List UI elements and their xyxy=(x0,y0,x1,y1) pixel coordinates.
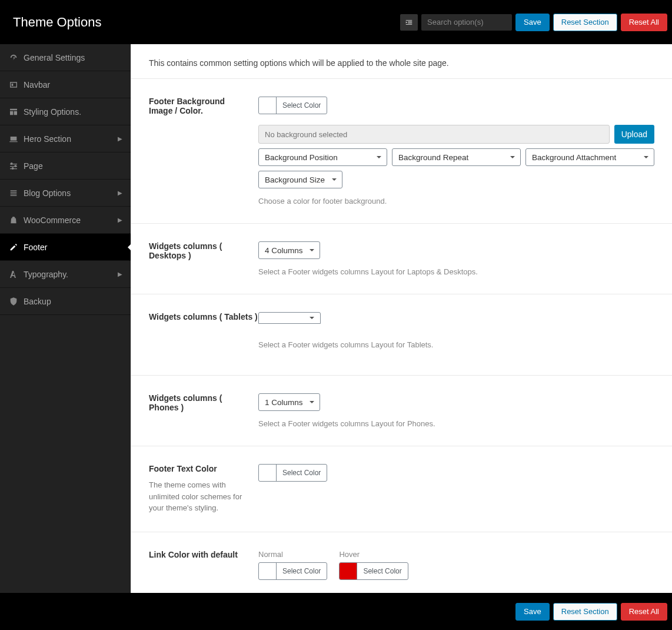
sidebar-item-hero-section[interactable]: Hero Section ▶ xyxy=(0,125,131,152)
content-area: This contains common setting options whi… xyxy=(131,44,672,593)
chevron-right-icon: ▶ xyxy=(118,271,122,277)
setting-label: Widgets columns ( Phones ) xyxy=(149,393,247,412)
reset-section-button[interactable]: Reset Section xyxy=(553,14,617,31)
list-icon xyxy=(8,188,19,198)
reset-all-button[interactable]: Reset All xyxy=(621,603,667,621)
sidebar-item-woocommerce[interactable]: WooCommerce ▶ xyxy=(0,207,131,234)
footer-bar: Save Reset Section Reset All xyxy=(0,593,672,630)
bg-size-select[interactable]: Background Size xyxy=(258,171,342,188)
color-picker-text[interactable]: Select Color xyxy=(258,464,327,482)
sidebar-item-label: Typography. xyxy=(24,270,68,279)
sidebar-item-typography[interactable]: Typography. ▶ xyxy=(0,261,131,288)
sidebar-item-label: Backup xyxy=(24,297,51,306)
chevron-right-icon: ▶ xyxy=(118,135,122,142)
select-color-label: Select Color xyxy=(363,567,401,575)
panel-toggle-button[interactable] xyxy=(400,14,418,31)
layout-icon xyxy=(8,107,19,117)
sidebar-item-label: WooCommerce xyxy=(24,215,81,225)
font-icon xyxy=(8,269,19,280)
sidebar-item-label: Blog Options xyxy=(24,188,71,198)
desktops-columns-select[interactable]: 4 Columns xyxy=(258,241,320,259)
color-picker-link-normal[interactable]: Select Color xyxy=(258,562,327,580)
color-swatch xyxy=(259,97,277,114)
sidebar-item-footer[interactable]: Footer xyxy=(0,234,131,261)
search-input[interactable] xyxy=(421,14,512,31)
color-swatch xyxy=(259,465,277,481)
setting-widgets-phones: Widgets columns ( Phones ) 1 Columns Sel… xyxy=(131,376,672,446)
sliders-icon xyxy=(8,161,19,171)
select-color-label: Select Color xyxy=(282,567,321,575)
bg-position-select[interactable]: Background Position xyxy=(258,148,387,166)
page-title: Theme Options xyxy=(13,15,101,30)
setting-label: Widgets columns ( Desktops ) xyxy=(149,241,247,260)
setting-label: Footer Text Color xyxy=(149,464,247,473)
sidebar-item-navbar[interactable]: Navbar xyxy=(0,71,131,98)
select-color-label: Select Color xyxy=(282,469,321,477)
setting-sublabel: The theme comes with unlimited color sch… xyxy=(149,479,247,514)
setting-label: Footer Background Image / Color. xyxy=(149,97,247,115)
sidebar-item-label: Page xyxy=(24,161,43,171)
color-picker-bg[interactable]: Select Color xyxy=(258,97,327,114)
dashboard-icon xyxy=(8,52,19,63)
setting-widgets-desktops: Widgets columns ( Desktops ) 4 Columns S… xyxy=(131,224,672,294)
chevron-right-icon: ▶ xyxy=(118,190,122,196)
setting-footer-text-color: Footer Text Color The theme comes with u… xyxy=(131,446,672,532)
background-file-display xyxy=(258,125,610,144)
sidebar-item-label: Navbar xyxy=(24,80,50,89)
sidebar: General Settings Navbar Styling Options.… xyxy=(0,44,131,593)
sidebar-item-label: General Settings xyxy=(24,53,85,62)
shield-icon xyxy=(8,296,19,307)
link-normal-label: Normal xyxy=(258,550,327,559)
setting-widgets-tablets-help: Select a Footer widgets columns Layout f… xyxy=(131,340,672,376)
help-text: Select a Footer widgets columns Layout f… xyxy=(258,267,654,276)
sidebar-item-label: Hero Section xyxy=(24,134,71,144)
shopping-bag-icon xyxy=(8,215,19,226)
header: Theme Options Save Reset Section Reset A… xyxy=(0,0,672,44)
bg-attachment-select[interactable]: Background Attachment xyxy=(525,148,654,166)
frame-icon xyxy=(8,79,19,90)
help-text: Select a Footer widgets columns Layout f… xyxy=(258,340,654,349)
tablets-columns-select-partial[interactable] xyxy=(258,312,321,324)
sidebar-item-styling-options[interactable]: Styling Options. xyxy=(0,98,131,125)
save-button[interactable]: Save xyxy=(515,14,550,31)
sidebar-item-backup[interactable]: Backup xyxy=(0,288,131,315)
sidebar-item-label: Styling Options. xyxy=(24,107,81,117)
setting-footer-background: Footer Background Image / Color. Select … xyxy=(131,79,672,224)
laptop-icon xyxy=(8,134,19,144)
indent-icon xyxy=(405,18,413,26)
help-text: Choose a color for footer background. xyxy=(258,197,654,205)
color-swatch xyxy=(340,563,357,579)
link-hover-label: Hover xyxy=(339,550,408,559)
upload-button[interactable]: Upload xyxy=(614,125,654,144)
sidebar-item-blog-options[interactable]: Blog Options ▶ xyxy=(0,180,131,207)
save-button[interactable]: Save xyxy=(515,603,550,621)
color-swatch xyxy=(259,563,277,579)
sidebar-item-page[interactable]: Page xyxy=(0,152,131,180)
reset-section-button[interactable]: Reset Section xyxy=(553,603,617,621)
setting-label: Link Color with default xyxy=(149,550,247,559)
help-text: Select a Footer widgets columns Layout f… xyxy=(258,419,654,428)
edit-icon xyxy=(8,242,19,253)
setting-link-color: Link Color with default Normal Select Co… xyxy=(131,532,672,593)
sidebar-item-label: Footer xyxy=(24,243,47,252)
intro-text: This contains common setting options whi… xyxy=(131,44,672,79)
header-actions: Save Reset Section Reset All xyxy=(400,14,667,31)
setting-label: Widgets columns ( Tablets ) xyxy=(149,312,247,321)
reset-all-button[interactable]: Reset All xyxy=(621,14,667,31)
setting-widgets-tablets: Widgets columns ( Tablets ) xyxy=(131,294,672,340)
bg-repeat-select[interactable]: Background Repeat xyxy=(392,148,521,166)
select-color-label: Select Color xyxy=(282,101,321,110)
sidebar-item-general-settings[interactable]: General Settings xyxy=(0,44,131,71)
chevron-right-icon: ▶ xyxy=(118,217,122,223)
color-picker-link-hover[interactable]: Select Color xyxy=(339,562,408,580)
phones-columns-select[interactable]: 1 Columns xyxy=(258,393,320,411)
